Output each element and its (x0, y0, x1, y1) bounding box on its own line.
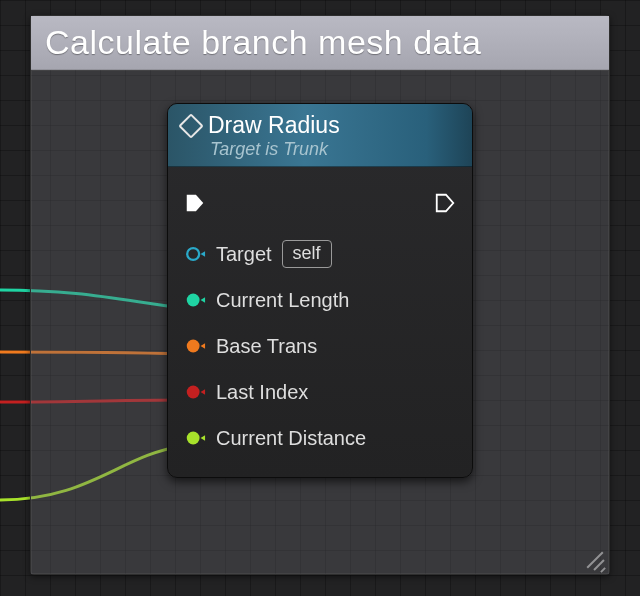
function-icon (178, 113, 203, 138)
svg-point-3 (187, 386, 200, 399)
pin-row-current-length: Current Length (184, 277, 456, 323)
pin-row-last-index: Last Index (184, 369, 456, 415)
resize-handle-icon[interactable] (582, 547, 604, 569)
pin-row-base-trans: Base Trans (184, 323, 456, 369)
current-distance-pin[interactable] (184, 427, 206, 449)
base-trans-pin[interactable] (184, 335, 206, 357)
svg-point-2 (187, 340, 200, 353)
function-node[interactable]: Draw Radius Target is Trunk Target self (167, 103, 473, 478)
exec-out-pin[interactable] (434, 192, 456, 214)
current-length-label: Current Length (216, 289, 349, 312)
pin-row-target: Target self (184, 231, 456, 277)
svg-point-0 (187, 248, 199, 260)
last-index-pin[interactable] (184, 381, 206, 403)
exec-in-pin[interactable] (184, 192, 206, 214)
node-header[interactable]: Draw Radius Target is Trunk (168, 104, 472, 167)
comment-header[interactable]: Calculate branch mesh data (31, 16, 609, 70)
svg-point-1 (187, 294, 200, 307)
node-subtitle: Target is Trunk (210, 139, 458, 160)
target-default-value[interactable]: self (282, 240, 332, 268)
base-trans-label: Base Trans (216, 335, 317, 358)
pin-row-current-distance: Current Distance (184, 415, 456, 461)
svg-point-4 (187, 432, 200, 445)
target-label: Target (216, 243, 272, 266)
last-index-label: Last Index (216, 381, 308, 404)
current-length-pin[interactable] (184, 289, 206, 311)
current-distance-label: Current Distance (216, 427, 366, 450)
target-pin[interactable] (184, 243, 206, 265)
comment-title: Calculate branch mesh data (45, 23, 481, 62)
node-title: Draw Radius (208, 112, 340, 139)
exec-row (184, 181, 456, 225)
node-body: Target self Current Length Base Trans (168, 167, 472, 477)
